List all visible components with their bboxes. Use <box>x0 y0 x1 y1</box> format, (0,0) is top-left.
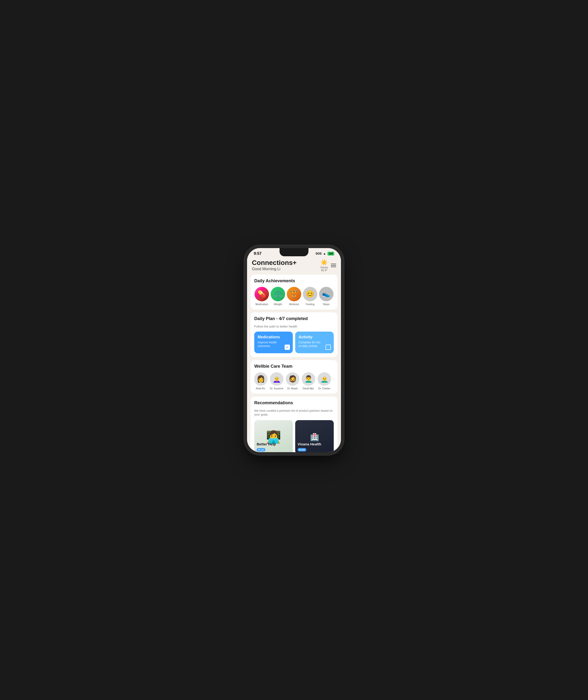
care-member-anita[interactable]: 👩 Anita Rn. <box>254 372 267 390</box>
status-icons: SOS ▲ 100 <box>316 252 334 256</box>
menu-button[interactable] <box>331 264 336 267</box>
visana-title: Visana Health <box>298 442 331 446</box>
greeting: Good Morning Li <box>252 267 297 271</box>
scroll-content[interactable]: Connections+ Good Morning Li ☀️ Sunny 91… <box>247 257 341 452</box>
notch <box>279 248 309 256</box>
plan-card-medications[interactable]: Medications Improve health outcomes <box>254 332 293 353</box>
status-time: 9:57 <box>254 251 261 256</box>
header: Connections+ Good Morning Li ☀️ Sunny 91… <box>247 257 341 275</box>
feeling-emoji: 😊 <box>306 290 314 298</box>
visana-badge: PLUS <box>298 448 306 451</box>
battery-indicator: 100 <box>328 252 334 256</box>
daily-plan-card: Daily Plan - 4/7 completed Follow the pa… <box>250 312 338 357</box>
menu-line-1 <box>331 264 336 264</box>
better-help-overlay: Better Help PLUS <box>254 440 293 452</box>
avatar-charles: 👨‍🦳 <box>318 372 331 386</box>
weather-widget: ☀️ Sunny 91.9° <box>321 259 328 272</box>
workout-label: Workout <box>289 303 299 306</box>
rec-grid: 👩‍💻 Better Help PLUS 🏥 Visana Health PLU… <box>254 420 334 452</box>
avatar-doreen: 👩‍🦱 <box>334 372 334 386</box>
care-name-suzanne: Dr. Suzanne <box>270 387 283 390</box>
activity-plan-title: Activity <box>299 335 331 339</box>
achievement-steps[interactable]: 👟 Steps <box>319 287 334 306</box>
achievements-row: 💊 Medication ⚖️ Weight 🏋️ Workout <box>254 287 334 306</box>
care-name-anita: Anita Rn. <box>256 387 265 390</box>
daily-plan-header: Daily Plan - 4/7 completed Follow the pa… <box>254 316 334 328</box>
rec-card-better-help[interactable]: 👩‍💻 Better Help PLUS <box>254 420 293 452</box>
steps-label: Steps <box>323 303 330 306</box>
wifi-icon: ▲ <box>323 252 326 255</box>
weight-label: Weight <box>274 303 282 306</box>
steps-icon: 👟 <box>319 287 334 301</box>
weight-emoji: ⚖️ <box>274 290 282 298</box>
weather-condition: Sunny <box>321 266 328 269</box>
header-right: ☀️ Sunny 91.9° <box>321 259 336 272</box>
rec-card-visana[interactable]: 🏥 Visana Health PLUS <box>295 420 334 452</box>
medication-emoji: 💊 <box>257 290 266 298</box>
achievement-workout[interactable]: 🏋️ Workout <box>286 287 302 306</box>
care-member-akash[interactable]: 🧔 Dr. Akash <box>286 372 299 390</box>
menu-line-2 <box>331 265 336 266</box>
medication-icon: 💊 <box>254 287 269 301</box>
avatar-david: 👨‍🦱 <box>302 372 315 386</box>
plan-card-activity[interactable]: Activity Complete 30 min of daily activi… <box>295 332 334 353</box>
achievement-weight[interactable]: ⚖️ Weight <box>270 287 285 306</box>
weather-icon: ☀️ <box>321 259 328 266</box>
achievements-title: Daily Achievements <box>254 278 334 283</box>
plan-grid: Medications Improve health outcomes Acti… <box>254 332 334 353</box>
sos-icon: SOS <box>316 252 322 255</box>
workout-icon: 🏋️ <box>287 287 301 301</box>
care-member-charles[interactable]: 👨‍🦳 Dr. Charles <box>318 372 331 390</box>
avatar-suzanne: 👩‍🦳 <box>270 372 283 386</box>
recommendations-title: Recommendations <box>254 400 334 405</box>
achievement-medication[interactable]: 💊 Medication <box>254 287 269 306</box>
care-team-row: 👩 Anita Rn. 👩‍🦳 Dr. Suzanne 🧔 Dr. Akash <box>254 372 334 390</box>
daily-plan-title: Daily Plan - 4/7 completed <box>254 316 334 321</box>
recommendations-card: Recommendations We have curated a premiu… <box>250 397 338 452</box>
care-member-david[interactable]: 👨‍🦱 David Mpt. <box>302 372 315 390</box>
achievement-feeling[interactable]: 😊 Feeling <box>303 287 318 306</box>
care-name-charles: Dr. Charles <box>318 387 331 390</box>
recommendations-subtitle: We have curated a premium list of produc… <box>254 409 334 417</box>
better-help-title: Better Help <box>257 442 290 446</box>
header-left: Connections+ Good Morning Li <box>252 259 297 271</box>
feeling-label: Feeling <box>306 303 315 306</box>
better-help-badge: PLUS <box>257 448 265 451</box>
workout-emoji: 🏋️ <box>290 290 298 298</box>
medication-label: Medication <box>255 303 268 306</box>
menu-line-3 <box>331 267 336 267</box>
avatar-anita: 👩 <box>254 372 267 386</box>
medications-plan-title: Medications <box>257 335 289 339</box>
app-name: Connections+ <box>252 259 297 267</box>
activity-checkbox[interactable] <box>326 345 331 350</box>
weight-icon: ⚖️ <box>270 287 285 301</box>
avatar-akash: 🧔 <box>286 372 299 386</box>
feeling-icon: 😊 <box>303 287 318 301</box>
visana-overlay: Visana Health PLUS <box>295 440 334 452</box>
care-name-david: David Mpt. <box>303 387 314 390</box>
weather-temp: 91.9° <box>321 269 328 272</box>
daily-plan-subtitle: Follow the path to better health <box>254 325 334 328</box>
care-member-suzanne[interactable]: 👩‍🦳 Dr. Suzanne <box>270 372 283 390</box>
steps-emoji: 👟 <box>322 290 331 298</box>
medications-checkbox[interactable] <box>284 345 290 350</box>
care-team-card: Wellbie Care Team 👩 Anita Rn. 👩‍🦳 Dr. Su… <box>250 360 338 394</box>
daily-achievements-card: Daily Achievements 💊 Medication ⚖️ Weigh… <box>250 275 338 309</box>
care-team-title: Wellbie Care Team <box>254 364 334 369</box>
phone-frame: 9:57 SOS ▲ 100 Connections+ Good Morning… <box>247 248 341 452</box>
care-name-akash: Dr. Akash <box>287 387 298 390</box>
